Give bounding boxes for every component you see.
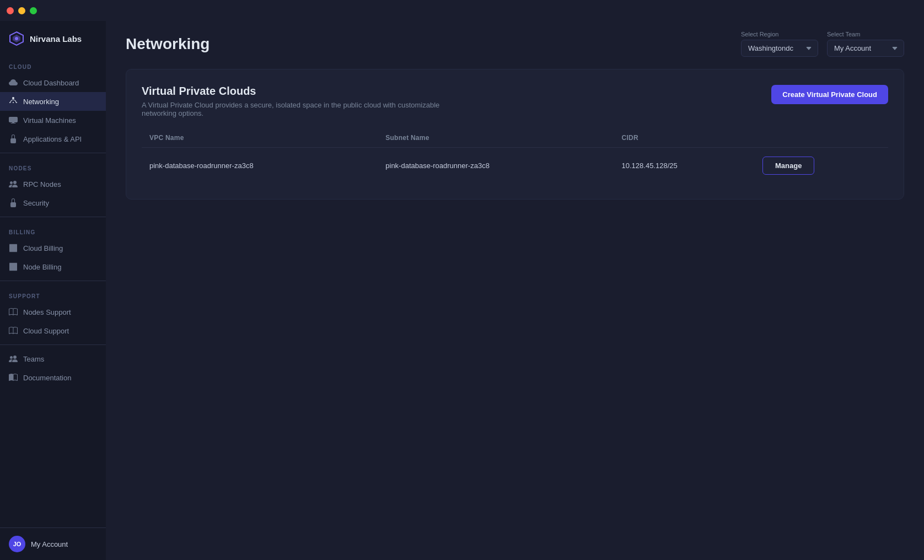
create-vpc-button[interactable]: Create Virtual Private Cloud (771, 85, 888, 104)
sidebar-item-cloud-billing[interactable]: Cloud Billing (0, 239, 106, 257)
svg-point-2 (15, 37, 18, 40)
card-title: Virtual Private Clouds (142, 85, 472, 98)
region-select-label: Select Region (741, 31, 818, 37)
cloud-icon (9, 78, 18, 87)
footer-account-name: My Account (31, 540, 68, 548)
sidebar-item-documentation[interactable]: Documentation (0, 368, 106, 387)
header: Networking Select Region Washingtondc Se… (106, 21, 924, 64)
sidebar-item-label: Cloud Billing (23, 244, 63, 252)
card-description: A Virtual Private Cloud provides a secur… (142, 101, 472, 117)
sidebar-divider-2 (0, 217, 106, 217)
book-2-icon (9, 326, 18, 335)
section-label-billing: BILLING (0, 222, 106, 239)
sidebar-item-label: Documentation (23, 374, 71, 382)
col-vpc-name: VPC Name (142, 128, 378, 148)
sidebar-divider-4 (0, 344, 106, 345)
sidebar-section-cloud: CLOUD Cloud Dashboard Networking Virtual… (0, 56, 106, 148)
sidebar-item-label: Teams (23, 355, 44, 363)
logo-text: Nirvana Labs (30, 34, 82, 44)
sidebar-item-label: Security (23, 199, 49, 207)
sidebar-item-label: Node Billing (23, 263, 61, 271)
card-header-text: Virtual Private Clouds A Virtual Private… (142, 85, 472, 117)
sidebar-logo[interactable]: Nirvana Labs (0, 21, 106, 56)
page-title: Networking (126, 35, 209, 53)
receipt-icon (9, 244, 18, 252)
close-button[interactable] (7, 7, 14, 14)
sidebar-item-applications-api[interactable]: Applications & API (0, 130, 106, 148)
receipt-2-icon (9, 262, 18, 271)
avatar: JO (9, 536, 25, 552)
logo-icon (9, 31, 24, 46)
sidebar-item-nodes-support[interactable]: Nodes Support (0, 303, 106, 321)
section-label-cloud: CLOUD (0, 56, 106, 73)
network-icon (9, 97, 18, 106)
user-group-icon (9, 180, 18, 189)
lock-icon (9, 134, 18, 143)
region-select-group: Select Region Washingtondc (741, 31, 818, 57)
book-open-icon (9, 373, 18, 382)
sidebar-item-node-billing[interactable]: Node Billing (0, 257, 106, 276)
sidebar-item-virtual-machines[interactable]: Virtual Machines (0, 111, 106, 130)
table-row: pink-database-roadrunner-za3c8 pink-data… (142, 148, 888, 184)
team-select-group: Select Team My Account (827, 31, 904, 57)
sidebar-item-security[interactable]: Security (0, 193, 106, 212)
sidebar-item-label: Applications & API (23, 135, 82, 143)
col-action (755, 128, 888, 148)
users-icon (9, 354, 18, 363)
sidebar-item-label: Nodes Support (23, 308, 71, 316)
footer-account-info: My Account (31, 540, 68, 548)
col-cidr: CIDR (614, 128, 755, 148)
section-label-nodes: NODES (0, 158, 106, 175)
shield-icon (9, 198, 18, 207)
book-icon (9, 308, 18, 316)
sidebar-item-label: Cloud Dashboard (23, 79, 79, 87)
cell-vpc-name: pink-database-roadrunner-za3c8 (142, 148, 378, 184)
header-controls: Select Region Washingtondc Select Team M… (741, 31, 904, 57)
cell-action: Manage (755, 148, 888, 184)
cell-cidr: 10.128.45.128/25 (614, 148, 755, 184)
sidebar-footer[interactable]: JO My Account (0, 527, 106, 560)
vpc-table: VPC Name Subnet Name CIDR pink-database-… (142, 128, 888, 184)
vpc-card: Virtual Private Clouds A Virtual Private… (126, 69, 904, 200)
sidebar-item-cloud-support[interactable]: Cloud Support (0, 321, 106, 340)
sidebar-divider-1 (0, 153, 106, 153)
sidebar-item-label: Networking (23, 98, 59, 106)
team-select[interactable]: My Account (827, 40, 904, 57)
sidebar-item-label: RPC Nodes (23, 180, 61, 189)
sidebar-item-rpc-nodes[interactable]: RPC Nodes (0, 175, 106, 193)
main-content: Networking Select Region Washingtondc Se… (106, 21, 924, 560)
titlebar (0, 0, 924, 21)
team-select-label: Select Team (827, 31, 904, 37)
manage-button[interactable]: Manage (762, 157, 814, 175)
sidebar-section-nodes: NODES RPC Nodes Security (0, 158, 106, 212)
card-header: Virtual Private Clouds A Virtual Private… (142, 85, 888, 117)
sidebar-section-billing: BILLING Cloud Billing Node Billing (0, 222, 106, 276)
minimize-button[interactable] (18, 7, 25, 14)
sidebar: Nirvana Labs CLOUD Cloud Dashboard Netwo… (0, 21, 106, 560)
section-label-support: SUPPORT (0, 286, 106, 303)
col-subnet-name: Subnet Name (378, 128, 614, 148)
sidebar-section-support: SUPPORT Nodes Support Cloud Support (0, 286, 106, 340)
cell-subnet-name: pink-database-roadrunner-za3c8 (378, 148, 614, 184)
monitor-icon (9, 116, 18, 125)
sidebar-item-teams[interactable]: Teams (0, 349, 106, 368)
sidebar-item-networking[interactable]: Networking (0, 92, 106, 111)
maximize-button[interactable] (30, 7, 37, 14)
sidebar-item-label: Cloud Support (23, 327, 69, 335)
sidebar-item-cloud-dashboard[interactable]: Cloud Dashboard (0, 73, 106, 92)
content-area: Virtual Private Clouds A Virtual Private… (106, 64, 924, 560)
sidebar-item-label: Virtual Machines (23, 116, 76, 125)
table-header-row: VPC Name Subnet Name CIDR (142, 128, 888, 148)
sidebar-divider-3 (0, 281, 106, 281)
region-select[interactable]: Washingtondc (741, 40, 818, 57)
